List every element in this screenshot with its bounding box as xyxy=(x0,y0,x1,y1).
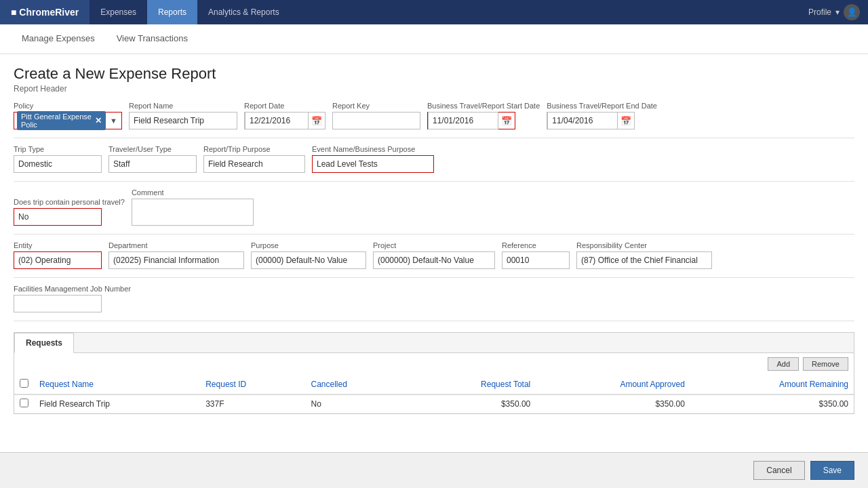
page-content: Create a New Expense Report Report Heade… xyxy=(0,54,868,488)
profile-label: Profile xyxy=(808,7,831,17)
biz-end-group: Business Travel/Report End Date 📅 xyxy=(547,102,657,129)
requests-section: Requests Add Remove Request Name Request… xyxy=(14,332,854,414)
policy-tag: Pitt General Expense Polic ✕ xyxy=(17,111,106,130)
profile-menu[interactable]: Profile ▾ 👤 xyxy=(808,4,860,20)
logo-text: ■ ChromeRiver xyxy=(11,7,79,18)
report-key-group: Report Key xyxy=(332,102,420,129)
project-select[interactable]: (000000) Default-No Value xyxy=(373,251,495,269)
col-request-id[interactable]: Request ID xyxy=(200,375,305,394)
nav-reports-label: Reports xyxy=(158,7,186,17)
nav-item-analytics[interactable]: Analytics & Reports xyxy=(197,0,290,24)
report-date-input[interactable] xyxy=(245,112,309,129)
traveler-type-select[interactable]: Staff Faculty Student xyxy=(108,155,197,173)
col-request-total[interactable]: Request Total xyxy=(412,375,536,394)
biz-end-calendar-icon[interactable]: 📅 xyxy=(618,116,634,126)
avatar: 👤 xyxy=(844,4,860,20)
page-title: Create a New Expense Report xyxy=(14,65,854,83)
policy-value: Pitt General Expense Polic xyxy=(21,113,92,129)
entity-select[interactable]: (02) Operating xyxy=(14,251,102,269)
comment-input[interactable] xyxy=(132,199,254,226)
col-amount-remaining[interactable]: Amount Remaining xyxy=(690,375,854,394)
project-label: Project xyxy=(373,241,495,249)
biz-end-label: Business Travel/Report End Date xyxy=(547,102,657,110)
col-amount-approved[interactable]: Amount Approved xyxy=(536,375,690,394)
report-date-label: Report Date xyxy=(244,102,326,110)
purpose-group: Purpose (00000) Default-No Value xyxy=(251,241,366,269)
requests-tabs: Requests xyxy=(14,333,854,353)
policy-field[interactable]: Pitt General Expense Polic ✕ ▼ xyxy=(14,112,122,129)
report-name-input[interactable] xyxy=(129,112,237,129)
row-checkbox[interactable] xyxy=(20,399,28,407)
form-row-3: Does trip contain personal travel? No Ye… xyxy=(14,188,854,226)
nav-logo: ■ ChromeRiver xyxy=(0,0,90,24)
reference-input[interactable] xyxy=(502,251,570,269)
report-key-input[interactable] xyxy=(332,112,420,129)
cell-amount-approved: $350.00 xyxy=(536,394,690,413)
biz-start-group: Business Travel/Report Start Date 📅 xyxy=(427,102,540,129)
save-button[interactable]: Save xyxy=(810,461,854,480)
nav-right: Profile ▾ 👤 xyxy=(800,0,868,24)
responsibility-label: Responsibility Center xyxy=(576,241,712,249)
table-row: Field Research Trip 337F No $350.00 $350… xyxy=(14,394,854,413)
facilities-input[interactable] xyxy=(14,295,102,312)
responsibility-input[interactable] xyxy=(576,251,712,269)
biz-start-label: Business Travel/Report Start Date xyxy=(427,102,540,110)
personal-travel-select[interactable]: No Yes xyxy=(14,208,102,226)
event-name-group: Event Name/Business Purpose xyxy=(312,145,434,173)
cell-request-total: $350.00 xyxy=(412,394,536,413)
requests-table-container: Add Remove Request Name Request ID Cance… xyxy=(14,353,854,413)
policy-remove-icon[interactable]: ✕ xyxy=(95,116,102,125)
nav-item-expenses[interactable]: Expenses xyxy=(90,0,147,24)
reference-label: Reference xyxy=(502,241,570,249)
personal-travel-label: Does trip contain personal travel? xyxy=(14,198,125,206)
comment-group: Comment xyxy=(132,188,254,226)
cell-amount-remaining: $350.00 xyxy=(690,394,854,413)
calendar-icon[interactable]: 📅 xyxy=(309,116,325,126)
nav-expenses-label: Expenses xyxy=(100,7,136,17)
bottom-actions: Cancel Save xyxy=(0,452,868,488)
event-name-input[interactable] xyxy=(312,155,434,173)
row-checkbox-cell xyxy=(14,394,34,413)
select-all-checkbox[interactable] xyxy=(20,379,28,388)
personal-travel-group: Does trip contain personal travel? No Ye… xyxy=(14,198,125,226)
reference-group: Reference xyxy=(502,241,570,269)
biz-end-input[interactable] xyxy=(547,112,618,129)
main-nav: ■ ChromeRiver Expenses Reports Analytics… xyxy=(0,0,868,24)
remove-button[interactable]: Remove xyxy=(803,357,848,371)
policy-group: Policy Pitt General Expense Polic ✕ ▼ xyxy=(14,102,122,129)
purpose-select[interactable]: (00000) Default-No Value xyxy=(251,251,366,269)
policy-dropdown-arrow[interactable]: ▼ xyxy=(108,117,119,125)
header-checkbox-col xyxy=(14,375,34,394)
col-cancelled[interactable]: Cancelled xyxy=(305,375,401,394)
report-purpose-label: Report/Trip Purpose xyxy=(203,145,305,153)
facilities-label: Facilities Management Job Number xyxy=(14,285,131,293)
form-row-2: Trip Type Domestic International Travele… xyxy=(14,145,854,173)
cell-request-id: 337F xyxy=(200,394,305,413)
cancel-button[interactable]: Cancel xyxy=(753,461,804,480)
subnav-view-transactions[interactable]: View Transactions xyxy=(106,25,199,54)
biz-start-input[interactable] xyxy=(428,112,498,129)
tab-requests[interactable]: Requests xyxy=(14,333,74,353)
col-request-name[interactable]: Request Name xyxy=(34,375,200,394)
report-purpose-group: Report/Trip Purpose Field Research Confe… xyxy=(203,145,305,173)
form-row-5: Facilities Management Job Number xyxy=(14,285,854,312)
nav-analytics-label: Analytics & Reports xyxy=(208,7,279,17)
event-name-label: Event Name/Business Purpose xyxy=(312,145,434,153)
chevron-down-icon: ▾ xyxy=(835,7,840,17)
nav-item-reports[interactable]: Reports xyxy=(147,0,197,24)
table-header-row: Request Name Request ID Cancelled Reques… xyxy=(14,375,854,394)
trip-type-label: Trip Type xyxy=(14,145,102,153)
report-name-group: Report Name xyxy=(129,102,237,129)
add-button[interactable]: Add xyxy=(768,357,799,371)
biz-start-calendar-icon[interactable]: 📅 xyxy=(498,116,515,126)
subnav-manage-expenses[interactable]: Manage Expenses xyxy=(11,25,106,54)
trip-type-select[interactable]: Domestic International xyxy=(14,155,102,173)
department-select[interactable]: (02025) Financial Information xyxy=(108,251,244,269)
form-row-4: Entity (02) Operating Department (02025)… xyxy=(14,241,854,269)
trip-type-group: Trip Type Domestic International xyxy=(14,145,102,173)
report-purpose-select[interactable]: Field Research Conference Training xyxy=(203,155,305,173)
col-separator xyxy=(401,375,412,394)
traveler-type-label: Traveler/User Type xyxy=(108,145,197,153)
entity-group: Entity (02) Operating xyxy=(14,241,102,269)
report-date-group: Report Date 📅 xyxy=(244,102,326,129)
